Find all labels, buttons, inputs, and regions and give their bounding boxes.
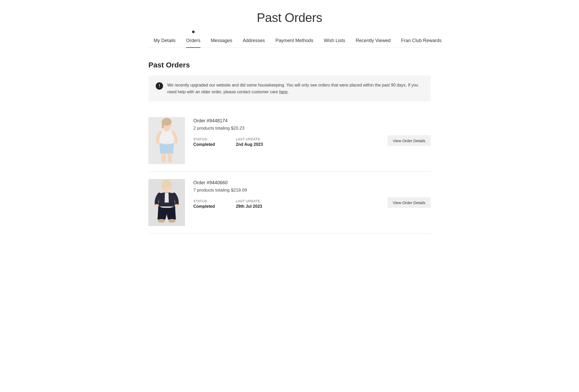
order-number: Order #9440660 [193, 180, 431, 186]
account-nav: My Details Orders Messages Addresses Pay… [148, 35, 431, 48]
nav-item-orders[interactable]: Orders [181, 35, 206, 48]
order-image [148, 117, 185, 164]
order-image [148, 179, 185, 226]
info-banner-text: We recently upgraded our website and did… [167, 82, 423, 95]
order-card: Order #9440660 7 products totaling $219.… [148, 172, 431, 234]
order-status-group: STATUS: Completed [193, 199, 215, 209]
nav-item-fran-club-rewards[interactable]: Fran Club Rewards [396, 35, 447, 48]
nav-item-messages[interactable]: Messages [206, 35, 238, 48]
status-value: Completed [193, 204, 215, 209]
order-last-update-group: LAST UPDATE 2nd Aug 2023 [236, 137, 263, 147]
last-update-value: 29th Jul 2023 [236, 204, 262, 209]
order-last-update-group: LAST UPDATE 29th Jul 2023 [236, 199, 262, 209]
svg-rect-11 [170, 183, 171, 189]
order-number: Order #9448174 [193, 118, 431, 124]
nav-item-recently-viewed[interactable]: Recently Viewed [350, 35, 396, 48]
order-card: Order #9448174 2 products totaling $20.2… [148, 110, 431, 172]
nav-item-addresses[interactable]: Addresses [238, 35, 270, 48]
svg-point-14 [175, 204, 179, 207]
view-order-details-button[interactable]: View Order Details [387, 135, 431, 146]
active-indicator [192, 31, 195, 33]
info-icon: ! [156, 82, 163, 90]
view-order-details-button[interactable]: View Order Details [387, 197, 431, 208]
svg-point-13 [155, 204, 159, 207]
svg-rect-5 [161, 153, 166, 162]
svg-rect-6 [168, 153, 172, 162]
last-update-label: LAST UPDATE [236, 199, 262, 203]
order-summary: 2 products totaling $20.23 [193, 126, 431, 131]
status-value: Completed [193, 142, 215, 147]
order-status-group: STATUS: Completed [193, 137, 215, 147]
svg-point-15 [158, 219, 165, 223]
order-summary: 7 products totaling $219.09 [193, 188, 431, 193]
info-banner: ! We recently upgraded our website and d… [148, 76, 431, 101]
orders-list: Order #9448174 2 products totaling $20.2… [148, 110, 431, 234]
nav-item-my-details[interactable]: My Details [148, 35, 181, 48]
nav-item-payment-methods[interactable]: Payment Methods [270, 35, 319, 48]
status-label: STATUS: [193, 199, 215, 203]
svg-rect-10 [162, 183, 164, 189]
last-update-label: LAST UPDATE [236, 137, 263, 141]
page-title: Past Orders [148, 10, 431, 25]
svg-rect-3 [162, 122, 164, 128]
status-label: STATUS: [193, 137, 215, 141]
section-title: Past Orders [148, 61, 431, 69]
last-update-value: 2nd Aug 2023 [236, 142, 263, 147]
nav-item-wish-lists[interactable]: Wish Lists [319, 35, 350, 48]
customer-care-link[interactable]: here [279, 90, 288, 94]
svg-point-16 [168, 219, 176, 223]
